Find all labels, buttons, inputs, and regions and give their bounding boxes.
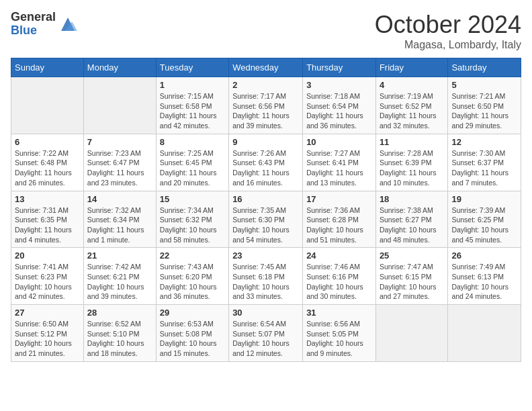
day-number: 25 bbox=[380, 250, 445, 261]
cell-content: Sunrise: 7:38 AM Sunset: 6:27 PM Dayligh… bbox=[380, 205, 445, 245]
day-number: 6 bbox=[15, 137, 80, 147]
calendar-cell: 19Sunrise: 7:39 AM Sunset: 6:25 PM Dayli… bbox=[448, 191, 521, 248]
cell-content: Sunrise: 7:49 AM Sunset: 6:13 PM Dayligh… bbox=[451, 262, 517, 302]
calendar-cell: 20Sunrise: 7:41 AM Sunset: 6:23 PM Dayli… bbox=[11, 248, 84, 305]
day-number: 22 bbox=[160, 250, 225, 261]
day-number: 18 bbox=[380, 194, 445, 204]
calendar-cell: 26Sunrise: 7:49 AM Sunset: 6:13 PM Dayli… bbox=[448, 248, 521, 305]
calendar-week-row: 13Sunrise: 7:31 AM Sunset: 6:35 PM Dayli… bbox=[11, 191, 521, 248]
cell-content: Sunrise: 7:43 AM Sunset: 6:20 PM Dayligh… bbox=[160, 262, 225, 302]
calendar-cell: 16Sunrise: 7:35 AM Sunset: 6:30 PM Dayli… bbox=[229, 191, 303, 248]
day-number: 1 bbox=[160, 80, 225, 90]
day-number: 10 bbox=[306, 137, 372, 147]
day-number: 19 bbox=[451, 194, 517, 204]
calendar-cell bbox=[448, 305, 521, 362]
day-number: 21 bbox=[87, 250, 152, 261]
cell-content: Sunrise: 7:35 AM Sunset: 6:30 PM Dayligh… bbox=[232, 205, 299, 245]
calendar-cell: 12Sunrise: 7:30 AM Sunset: 6:37 PM Dayli… bbox=[448, 134, 521, 191]
calendar-header-sunday: Sunday bbox=[11, 58, 84, 77]
calendar-cell: 5Sunrise: 7:21 AM Sunset: 6:50 PM Daylig… bbox=[448, 77, 521, 134]
cell-content: Sunrise: 7:45 AM Sunset: 6:18 PM Dayligh… bbox=[232, 262, 299, 302]
day-number: 5 bbox=[451, 80, 517, 90]
calendar-cell: 3Sunrise: 7:18 AM Sunset: 6:54 PM Daylig… bbox=[303, 77, 376, 134]
day-number: 14 bbox=[87, 194, 152, 204]
cell-content: Sunrise: 6:52 AM Sunset: 5:10 PM Dayligh… bbox=[87, 319, 152, 359]
day-number: 13 bbox=[15, 194, 80, 204]
logo-general-text: General bbox=[11, 11, 56, 24]
calendar-cell: 31Sunrise: 6:56 AM Sunset: 5:05 PM Dayli… bbox=[303, 305, 376, 362]
cell-content: Sunrise: 6:56 AM Sunset: 5:05 PM Dayligh… bbox=[306, 319, 372, 359]
calendar-week-row: 6Sunrise: 7:22 AM Sunset: 6:48 PM Daylig… bbox=[11, 134, 521, 191]
calendar-header-monday: Monday bbox=[83, 58, 156, 77]
cell-content: Sunrise: 7:39 AM Sunset: 6:25 PM Dayligh… bbox=[451, 205, 517, 245]
calendar-cell: 8Sunrise: 7:25 AM Sunset: 6:45 PM Daylig… bbox=[156, 134, 228, 191]
calendar-cell: 7Sunrise: 7:23 AM Sunset: 6:47 PM Daylig… bbox=[83, 134, 156, 191]
cell-content: Sunrise: 7:26 AM Sunset: 6:43 PM Dayligh… bbox=[232, 148, 299, 188]
day-number: 27 bbox=[15, 308, 80, 318]
calendar-cell: 30Sunrise: 6:54 AM Sunset: 5:07 PM Dayli… bbox=[229, 305, 303, 362]
title-block: October 2024 Magasa, Lombardy, Italy bbox=[375, 11, 521, 51]
day-number: 4 bbox=[380, 80, 445, 90]
day-number: 24 bbox=[306, 250, 372, 261]
calendar-cell: 27Sunrise: 6:50 AM Sunset: 5:12 PM Dayli… bbox=[11, 305, 84, 362]
calendar-cell: 21Sunrise: 7:42 AM Sunset: 6:21 PM Dayli… bbox=[83, 248, 156, 305]
logo: General Blue bbox=[11, 11, 77, 38]
day-number: 20 bbox=[15, 250, 80, 261]
logo-blue-text: Blue bbox=[11, 24, 56, 38]
cell-content: Sunrise: 7:47 AM Sunset: 6:15 PM Dayligh… bbox=[380, 262, 445, 302]
cell-content: Sunrise: 7:18 AM Sunset: 6:54 PM Dayligh… bbox=[306, 91, 372, 131]
day-number: 15 bbox=[160, 194, 225, 204]
cell-content: Sunrise: 7:34 AM Sunset: 6:32 PM Dayligh… bbox=[160, 205, 225, 245]
calendar-cell: 15Sunrise: 7:34 AM Sunset: 6:32 PM Dayli… bbox=[156, 191, 228, 248]
calendar-cell: 24Sunrise: 7:46 AM Sunset: 6:16 PM Dayli… bbox=[303, 248, 376, 305]
cell-content: Sunrise: 6:50 AM Sunset: 5:12 PM Dayligh… bbox=[15, 319, 80, 359]
calendar-header-saturday: Saturday bbox=[448, 58, 521, 77]
cell-content: Sunrise: 7:22 AM Sunset: 6:48 PM Dayligh… bbox=[15, 148, 80, 188]
calendar-header-tuesday: Tuesday bbox=[156, 58, 228, 77]
calendar-cell: 29Sunrise: 6:53 AM Sunset: 5:08 PM Dayli… bbox=[156, 305, 228, 362]
calendar-cell: 23Sunrise: 7:45 AM Sunset: 6:18 PM Dayli… bbox=[229, 248, 303, 305]
day-number: 17 bbox=[306, 194, 372, 204]
day-number: 8 bbox=[160, 137, 225, 147]
calendar-week-row: 27Sunrise: 6:50 AM Sunset: 5:12 PM Dayli… bbox=[11, 305, 521, 362]
day-number: 23 bbox=[232, 250, 299, 261]
day-number: 26 bbox=[451, 250, 517, 261]
calendar-cell: 9Sunrise: 7:26 AM Sunset: 6:43 PM Daylig… bbox=[229, 134, 303, 191]
calendar-cell: 28Sunrise: 6:52 AM Sunset: 5:10 PM Dayli… bbox=[83, 305, 156, 362]
calendar-header-wednesday: Wednesday bbox=[229, 58, 303, 77]
calendar-cell: 1Sunrise: 7:15 AM Sunset: 6:58 PM Daylig… bbox=[156, 77, 228, 134]
day-number: 11 bbox=[380, 137, 445, 147]
day-number: 2 bbox=[232, 80, 299, 90]
calendar-cell bbox=[11, 77, 84, 134]
cell-content: Sunrise: 7:46 AM Sunset: 6:16 PM Dayligh… bbox=[306, 262, 372, 302]
calendar-body: 1Sunrise: 7:15 AM Sunset: 6:58 PM Daylig… bbox=[11, 77, 521, 362]
cell-content: Sunrise: 7:31 AM Sunset: 6:35 PM Dayligh… bbox=[15, 205, 80, 245]
page-header: General Blue October 2024 Magasa, Lombar… bbox=[11, 11, 521, 51]
calendar-cell: 18Sunrise: 7:38 AM Sunset: 6:27 PM Dayli… bbox=[375, 191, 448, 248]
cell-content: Sunrise: 7:32 AM Sunset: 6:34 PM Dayligh… bbox=[87, 205, 152, 245]
cell-content: Sunrise: 7:23 AM Sunset: 6:47 PM Dayligh… bbox=[87, 148, 152, 188]
cell-content: Sunrise: 7:36 AM Sunset: 6:28 PM Dayligh… bbox=[306, 205, 372, 245]
day-number: 30 bbox=[232, 308, 299, 318]
day-number: 29 bbox=[160, 308, 225, 318]
calendar-cell: 4Sunrise: 7:19 AM Sunset: 6:52 PM Daylig… bbox=[375, 77, 448, 134]
calendar-cell: 6Sunrise: 7:22 AM Sunset: 6:48 PM Daylig… bbox=[11, 134, 84, 191]
cell-content: Sunrise: 7:42 AM Sunset: 6:21 PM Dayligh… bbox=[87, 262, 152, 302]
cell-content: Sunrise: 7:30 AM Sunset: 6:37 PM Dayligh… bbox=[451, 148, 517, 188]
calendar-week-row: 20Sunrise: 7:41 AM Sunset: 6:23 PM Dayli… bbox=[11, 248, 521, 305]
cell-content: Sunrise: 7:17 AM Sunset: 6:56 PM Dayligh… bbox=[232, 91, 299, 131]
calendar-cell: 11Sunrise: 7:28 AM Sunset: 6:39 PM Dayli… bbox=[375, 134, 448, 191]
calendar-cell: 17Sunrise: 7:36 AM Sunset: 6:28 PM Dayli… bbox=[303, 191, 376, 248]
day-number: 31 bbox=[306, 308, 372, 318]
calendar-week-row: 1Sunrise: 7:15 AM Sunset: 6:58 PM Daylig… bbox=[11, 77, 521, 134]
day-number: 9 bbox=[232, 137, 299, 147]
cell-content: Sunrise: 7:21 AM Sunset: 6:50 PM Dayligh… bbox=[451, 91, 517, 131]
cell-content: Sunrise: 6:54 AM Sunset: 5:07 PM Dayligh… bbox=[232, 319, 299, 359]
calendar-cell: 14Sunrise: 7:32 AM Sunset: 6:34 PM Dayli… bbox=[83, 191, 156, 248]
calendar-header-row: SundayMondayTuesdayWednesdayThursdayFrid… bbox=[11, 58, 521, 77]
cell-content: Sunrise: 6:53 AM Sunset: 5:08 PM Dayligh… bbox=[160, 319, 225, 359]
day-number: 12 bbox=[451, 137, 517, 147]
calendar-cell: 13Sunrise: 7:31 AM Sunset: 6:35 PM Dayli… bbox=[11, 191, 84, 248]
day-number: 16 bbox=[232, 194, 299, 204]
calendar-cell bbox=[83, 77, 156, 134]
